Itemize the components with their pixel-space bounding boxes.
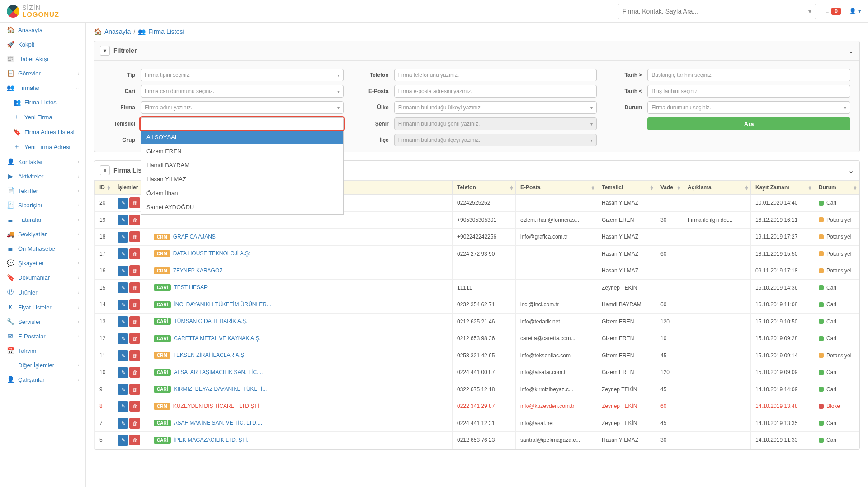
- firma-link[interactable]: DATA HOUSE TEKNOLOJİ A.Ş:: [173, 250, 250, 257]
- delete-button[interactable]: 🗑: [129, 197, 140, 208]
- column-header[interactable]: Vade▴▾: [656, 181, 683, 195]
- sidebar-item-kontaklar[interactable]: 👤Kontaklar‹: [0, 155, 85, 169]
- sidebar-subitem[interactable]: 🔖Firma Adres Listesi: [0, 125, 85, 139]
- delete-button[interactable]: 🗑: [129, 401, 140, 412]
- dropdown-option[interactable]: Özlem İlhan: [141, 186, 343, 200]
- delete-button[interactable]: 🗑: [129, 384, 140, 395]
- edit-button[interactable]: ✎: [118, 232, 128, 243]
- column-header[interactable]: Telefon▴▾: [453, 181, 516, 195]
- delete-button[interactable]: 🗑: [129, 265, 140, 276]
- sidebar-item-takvim[interactable]: 📅Takvim: [0, 343, 85, 358]
- dropdown-option[interactable]: Hasan YILMAZ: [141, 172, 343, 186]
- delete-button[interactable]: 🗑: [129, 418, 140, 429]
- breadcrumb-home[interactable]: Anasayfa: [104, 28, 131, 35]
- notifications[interactable]: ≡ 0: [826, 8, 841, 15]
- delete-button[interactable]: 🗑: [129, 215, 140, 225]
- durum-select[interactable]: Firma durumunu seçiniz.: [647, 101, 850, 114]
- sidebar-item-siparişler[interactable]: 🧾Siparişler‹: [0, 198, 85, 212]
- sidebar-item-teklifler[interactable]: 📄Teklifler‹: [0, 183, 85, 198]
- edit-button[interactable]: ✎: [118, 384, 128, 395]
- filter-panel-header[interactable]: ▼ Filtreler ⌄: [94, 41, 859, 61]
- delete-button[interactable]: 🗑: [129, 333, 140, 344]
- firma-select[interactable]: Firma adını yazınız.: [141, 101, 344, 114]
- sidebar-item-diğer-i̇şlemler[interactable]: ⋯Diğer İşlemler‹: [0, 358, 85, 372]
- cari-select[interactable]: Firma cari durumunu seçiniz.: [141, 85, 344, 98]
- sidebar-subitem[interactable]: 👥Firma Listesi: [0, 95, 85, 109]
- sidebar-item-görevler[interactable]: 📋Görevler‹: [0, 66, 85, 80]
- sidebar-item-çalışanlar[interactable]: 👤Çalışanlar‹: [0, 372, 85, 387]
- delete-button[interactable]: 🗑: [129, 282, 140, 293]
- tarih-lt-input[interactable]: Bitiş tarihini seçiniz.: [647, 85, 850, 98]
- ilce-select[interactable]: Firmanın bulunduğu ilçeyi yazınız.: [394, 134, 597, 146]
- firma-link[interactable]: KIRMIZI BEYAZ DAYANIKLI TÜKETİ...: [174, 386, 267, 392]
- firma-link[interactable]: İNCİ DAYANIKLI TÜKETİM ÜRÜNLER...: [174, 301, 271, 308]
- firma-link[interactable]: GRAFICA AJANS: [173, 234, 216, 240]
- edit-button[interactable]: ✎: [118, 248, 128, 259]
- delete-button[interactable]: 🗑: [129, 299, 140, 310]
- edit-button[interactable]: ✎: [118, 418, 128, 429]
- delete-button[interactable]: 🗑: [129, 316, 140, 327]
- sidebar-subitem[interactable]: ＋Yeni Firma Adresi: [0, 139, 85, 155]
- sidebar-item-şikayetler[interactable]: 💬Şikayetler‹: [0, 256, 85, 270]
- sidebar-item-e-postalar[interactable]: ✉E-Postalar‹: [0, 329, 85, 343]
- tip-select[interactable]: Firma tipini seçiniz.: [141, 69, 344, 81]
- firma-link[interactable]: İPEK MAGAZACILIK LTD. ŞTİ.: [174, 437, 248, 443]
- dropdown-option[interactable]: Hamdi BAYRAM: [141, 158, 343, 172]
- sidebar-item-fiyat-listeleri[interactable]: €Fiyat Listeleri‹: [0, 300, 85, 314]
- edit-button[interactable]: ✎: [118, 316, 128, 327]
- sidebar-item-haber-akışı[interactable]: 📰Haber Akışı: [0, 52, 85, 66]
- column-header[interactable]: ID▴▾: [95, 181, 113, 195]
- eposta-input[interactable]: Firma e-posta adresini yazınız.: [394, 85, 597, 98]
- firma-link[interactable]: ALSATAR TAŞIMACILIK SAN. TİC....: [174, 369, 263, 375]
- delete-button[interactable]: 🗑: [129, 231, 140, 242]
- sidebar-subitem[interactable]: ＋Yeni Firma: [0, 109, 85, 125]
- temsilci-combobox-input[interactable]: [141, 117, 344, 130]
- collapse-icon[interactable]: ⌄: [848, 166, 854, 175]
- firma-link[interactable]: KUZEYDEN DIŞ TİCARET LTD ŞTİ: [173, 403, 259, 409]
- search-button[interactable]: Ara: [647, 117, 850, 130]
- column-header[interactable]: Kayıt Zamanı▴▾: [751, 181, 814, 195]
- sidebar-item-faturalar[interactable]: ≣Faturalar‹: [0, 212, 85, 227]
- firma-link[interactable]: ZEYNEP KARAGOZ: [173, 267, 223, 274]
- sidebar-item-firmalar[interactable]: 👥Firmalar⌄: [0, 80, 85, 95]
- firma-link[interactable]: TEKSEN ZİRAİ İLAÇLAR A.Ş.: [173, 352, 246, 358]
- ulke-select[interactable]: Firmanın bulunduğu ülkeyi yazınız.: [394, 101, 597, 114]
- user-menu[interactable]: 👤 ▾: [849, 8, 861, 14]
- column-header[interactable]: Açıklama▴▾: [683, 181, 751, 195]
- logo[interactable]: SİZİN LOGONUZ: [7, 5, 59, 18]
- firma-link[interactable]: TÜMSAN GIDA TEDARİK A.Ş.: [174, 318, 247, 324]
- column-header[interactable]: Durum▴▾: [814, 181, 859, 195]
- sidebar-item-ön-muhasebe[interactable]: ≣Ön Muhasebe‹: [0, 241, 85, 256]
- dropdown-option[interactable]: Ali SOYSAL: [141, 130, 343, 144]
- sidebar-item-dokümanlar[interactable]: 🔖Dokümanlar‹: [0, 270, 85, 285]
- edit-button[interactable]: ✎: [118, 333, 128, 344]
- edit-button[interactable]: ✎: [118, 367, 128, 378]
- edit-button[interactable]: ✎: [118, 266, 128, 276]
- tarih-gt-input[interactable]: Başlangıç tarihini seçiniz.: [647, 69, 850, 81]
- firma-link[interactable]: ASAF MAKİNE SAN. VE TİC. LTD....: [174, 420, 262, 426]
- edit-button[interactable]: ✎: [118, 435, 128, 446]
- edit-button[interactable]: ✎: [118, 401, 128, 412]
- dropdown-option[interactable]: Gizem EREN: [141, 144, 343, 158]
- sidebar-item-aktiviteler[interactable]: ▶Aktiviteler‹: [0, 169, 85, 183]
- sidebar-item-anasayfa[interactable]: 🏠Anasayfa: [0, 23, 85, 37]
- sehir-select[interactable]: Firmanın bulunduğu şehri yazınız.: [394, 117, 597, 130]
- firma-link[interactable]: CARETTA METAL VE KAYNAK A.Ş.: [174, 335, 260, 342]
- telefon-input[interactable]: Firma telefonunu yazınız.: [394, 69, 597, 81]
- sidebar-item-ürünler[interactable]: ⓅÜrünler‹: [0, 285, 85, 300]
- delete-button[interactable]: 🗑: [129, 435, 140, 445]
- collapse-icon[interactable]: ⌄: [848, 47, 854, 55]
- edit-button[interactable]: ✎: [118, 282, 128, 293]
- sidebar-item-sevkiyatlar[interactable]: 🚚Sevkiyatlar‹: [0, 227, 85, 241]
- sidebar-item-servisler[interactable]: 🔧Servisler‹: [0, 314, 85, 329]
- edit-button[interactable]: ✎: [118, 300, 128, 310]
- global-search-input[interactable]: Firma, Kontak, Sayfa Ara... ▾: [618, 4, 816, 19]
- edit-button[interactable]: ✎: [118, 215, 128, 225]
- edit-button[interactable]: ✎: [118, 198, 128, 209]
- column-header[interactable]: Temsilci▴▾: [597, 181, 656, 195]
- delete-button[interactable]: 🗑: [129, 350, 140, 361]
- delete-button[interactable]: 🗑: [129, 248, 140, 259]
- delete-button[interactable]: 🗑: [129, 367, 140, 378]
- column-header[interactable]: E-Posta▴▾: [516, 181, 597, 195]
- edit-button[interactable]: ✎: [118, 350, 128, 361]
